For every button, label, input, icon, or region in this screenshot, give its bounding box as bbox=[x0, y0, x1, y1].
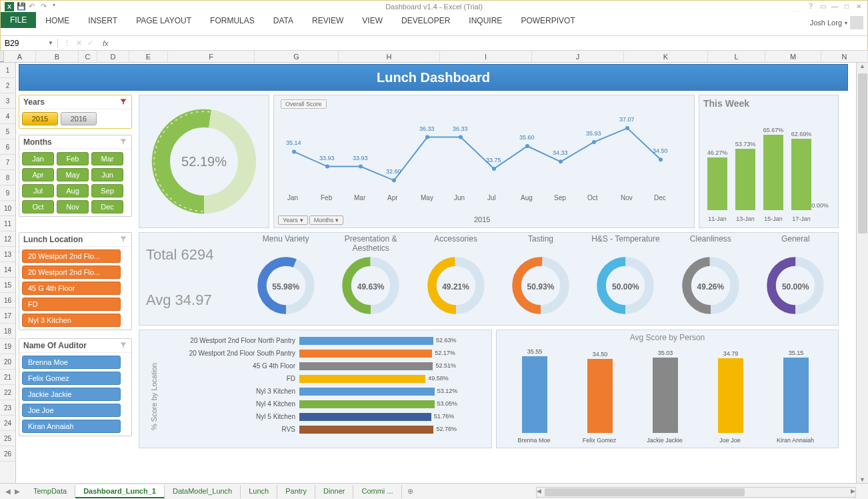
col-C[interactable]: C bbox=[79, 51, 97, 62]
ribbon-tab-inquire[interactable]: INQUIRE bbox=[459, 12, 511, 29]
row-26[interactable]: 26 bbox=[0, 446, 15, 462]
auditor-item-4[interactable]: Kiran Annaiah bbox=[22, 420, 121, 433]
sheet-tab-lunch[interactable]: Lunch bbox=[241, 485, 277, 498]
file-tab[interactable]: FILE bbox=[1, 12, 36, 28]
clear-filter-icon[interactable] bbox=[119, 342, 127, 350]
row-24[interactable]: 24 bbox=[0, 416, 15, 431]
month-jul[interactable]: Jul bbox=[22, 184, 54, 197]
year-2015[interactable]: 2015 bbox=[22, 112, 58, 125]
ribbon-tab-home[interactable]: HOME bbox=[36, 12, 79, 29]
row-8[interactable]: 8 bbox=[0, 170, 15, 185]
col-I[interactable]: I bbox=[440, 51, 532, 62]
sheet-tab-dinner[interactable]: Dinner bbox=[315, 485, 353, 498]
close-icon[interactable]: ✕ bbox=[854, 3, 863, 11]
formula-input[interactable] bbox=[114, 39, 867, 48]
auditor-item-3[interactable]: Joe Joe bbox=[22, 404, 121, 417]
col-G[interactable]: G bbox=[255, 51, 339, 62]
qat-dropdown-icon[interactable]: ▾ bbox=[53, 2, 62, 11]
maximize-icon[interactable]: □ bbox=[842, 3, 851, 11]
col-K[interactable]: K bbox=[624, 51, 708, 62]
redo-icon[interactable]: ↷ bbox=[41, 2, 50, 11]
location-item-2[interactable]: 45 G 4th Floor bbox=[22, 282, 121, 295]
help-icon[interactable]: ? bbox=[806, 3, 815, 11]
year-2016[interactable]: 2016 bbox=[61, 112, 97, 125]
row-19[interactable]: 19 bbox=[0, 339, 15, 354]
row-9[interactable]: 9 bbox=[0, 185, 15, 201]
sheet-tab-dashboard-lunch-1[interactable]: Dashboard_Lunch_1 bbox=[75, 485, 165, 498]
ribbon-tab-formulas[interactable]: FORMULAS bbox=[201, 12, 264, 29]
col-B[interactable]: B bbox=[36, 51, 79, 62]
row-14[interactable]: 14 bbox=[0, 262, 15, 278]
col-F[interactable]: F bbox=[168, 51, 255, 62]
clear-filter-icon[interactable] bbox=[119, 98, 127, 106]
user-account[interactable]: Josh Lorg ▾ bbox=[810, 16, 863, 29]
row-4[interactable]: 4 bbox=[0, 109, 15, 124]
ribbon-tab-developer[interactable]: DEVELOPER bbox=[392, 12, 459, 29]
col-N[interactable]: N bbox=[821, 51, 868, 62]
vertical-scrollbar[interactable]: ▲ ▼ bbox=[856, 63, 868, 483]
auditor-item-1[interactable]: Felix Gomez bbox=[22, 372, 121, 385]
expand-icon[interactable]: ⋮ bbox=[63, 39, 71, 47]
location-item-1[interactable]: 20 Westport 2nd Flo... bbox=[22, 266, 121, 279]
row-16[interactable]: 16 bbox=[0, 293, 15, 308]
col-H[interactable]: H bbox=[339, 51, 440, 62]
ribbon-tab-data[interactable]: DATA bbox=[264, 12, 303, 29]
location-item-0[interactable]: 20 Westport 2nd Flo... bbox=[22, 250, 121, 263]
month-mar[interactable]: Mar bbox=[91, 152, 123, 165]
clear-filter-icon[interactable] bbox=[119, 235, 127, 243]
add-sheet-icon[interactable]: ⊕ bbox=[402, 487, 419, 496]
tab-first-icon[interactable]: ◀ bbox=[4, 488, 12, 496]
row-23[interactable]: 23 bbox=[0, 400, 15, 416]
minimize-icon[interactable]: — bbox=[830, 3, 839, 11]
month-oct[interactable]: Oct bbox=[22, 200, 54, 213]
scroll-thumb[interactable] bbox=[858, 73, 867, 233]
row-21[interactable]: 21 bbox=[0, 370, 15, 385]
sheet-tab-tempdata[interactable]: TempData bbox=[25, 485, 75, 498]
month-nov[interactable]: Nov bbox=[57, 200, 89, 213]
ribbon-tab-insert[interactable]: INSERT bbox=[79, 12, 127, 29]
month-sep[interactable]: Sep bbox=[91, 184, 123, 197]
col-J[interactable]: J bbox=[532, 51, 624, 62]
auditor-item-2[interactable]: Jackie Jackie bbox=[22, 388, 121, 401]
formula-cancel-icon[interactable]: ✕ bbox=[76, 39, 82, 47]
row-15[interactable]: 15 bbox=[0, 278, 15, 293]
row-3[interactable]: 3 bbox=[0, 93, 15, 109]
col-L[interactable]: L bbox=[708, 51, 765, 62]
row-22[interactable]: 22 bbox=[0, 385, 15, 400]
row-10[interactable]: 10 bbox=[0, 201, 15, 216]
row-5[interactable]: 5 bbox=[0, 124, 15, 139]
hscroll-thumb[interactable] bbox=[545, 488, 745, 496]
month-may[interactable]: May bbox=[57, 168, 89, 181]
ribbon-tab-review[interactable]: REVIEW bbox=[303, 12, 353, 29]
row-11[interactable]: 11 bbox=[0, 216, 15, 231]
row-13[interactable]: 13 bbox=[0, 247, 15, 262]
sheet-tab-pantry[interactable]: Pantry bbox=[277, 485, 315, 498]
row-1[interactable]: 1 bbox=[0, 63, 15, 78]
scroll-right-icon[interactable]: ▶ bbox=[851, 488, 855, 494]
row-17[interactable]: 17 bbox=[0, 308, 15, 324]
scroll-down-icon[interactable]: ▼ bbox=[857, 476, 868, 483]
ribbon-tab-page-layout[interactable]: PAGE LAYOUT bbox=[127, 12, 201, 29]
month-jan[interactable]: Jan bbox=[22, 152, 54, 165]
sheet-tab-datamodel-lunch[interactable]: DataModel_Lunch bbox=[165, 485, 241, 498]
fx-label[interactable]: fx bbox=[103, 39, 109, 47]
row-18[interactable]: 18 bbox=[0, 324, 15, 339]
row-12[interactable]: 12 bbox=[0, 231, 15, 247]
ribbon-tab-powerpivot[interactable]: POWERPIVOT bbox=[511, 12, 584, 29]
scroll-up-icon[interactable]: ▲ bbox=[857, 63, 868, 69]
row-7[interactable]: 7 bbox=[0, 155, 15, 170]
pivot-months-button[interactable]: Months▾ bbox=[309, 215, 344, 225]
clear-filter-icon[interactable] bbox=[119, 138, 127, 146]
row-20[interactable]: 20 bbox=[0, 354, 15, 370]
row-2[interactable]: 2 bbox=[0, 78, 15, 93]
undo-icon[interactable]: ↶ bbox=[29, 2, 38, 11]
name-box[interactable]: B29 ▼ bbox=[1, 39, 58, 48]
tab-nav[interactable]: ◀ ▶ bbox=[0, 488, 25, 496]
month-dec[interactable]: Dec bbox=[91, 200, 123, 213]
auditor-item-0[interactable]: Brenna Moe bbox=[22, 356, 121, 369]
month-aug[interactable]: Aug bbox=[57, 184, 89, 197]
horizontal-scrollbar[interactable]: ◀ ▶ bbox=[536, 487, 856, 498]
tab-next-icon[interactable]: ▶ bbox=[13, 488, 21, 496]
row-6[interactable]: 6 bbox=[0, 139, 15, 155]
month-feb[interactable]: Feb bbox=[57, 152, 89, 165]
